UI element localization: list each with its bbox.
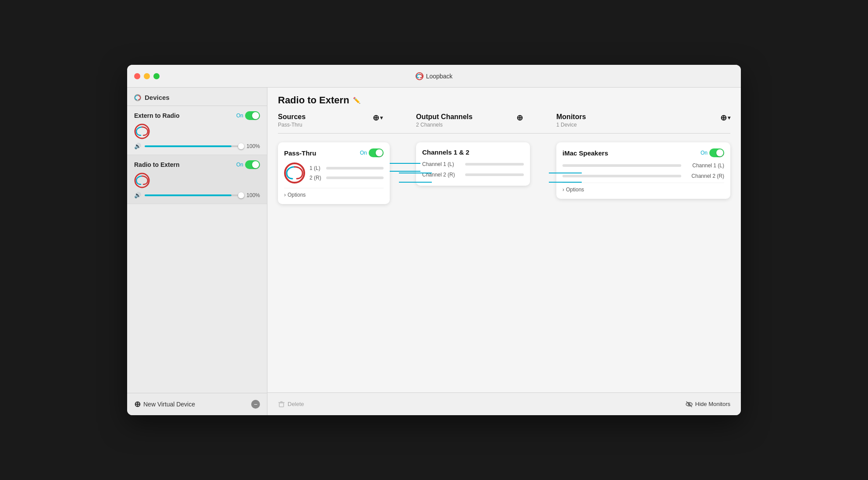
monitors-subtitle: 1 Device (556, 122, 586, 128)
output-subtitle: 2 Channels (416, 122, 473, 128)
close-button[interactable] (134, 73, 140, 79)
output-label-group: Output Channels 2 Channels (416, 113, 473, 128)
sources-dropdown-icon: ▾ (380, 115, 383, 121)
toggle-label-2: On (236, 162, 243, 168)
output-card-col: Channels 1 & 2 Channel 1 (L) Channel 2 (… (416, 142, 530, 186)
source-card-toggle[interactable]: On (360, 148, 384, 157)
titlebar-title: Loopback (416, 72, 453, 80)
volume-pct-2: 100% (245, 192, 260, 198)
volume-thumb-2 (238, 192, 244, 198)
monitor-options-row[interactable]: › Options (562, 183, 724, 193)
source-toggle-switch[interactable] (369, 148, 384, 157)
sidebar-item-toggle-2[interactable]: On (236, 160, 260, 169)
output-channel-1-row: Channel 1 (L) (422, 161, 524, 167)
source-card-body: 1 (L) 2 (R) (284, 162, 384, 184)
monitor-channel-1-row: Channel 1 (L) (562, 162, 724, 169)
monitors-label-group: Monitors 1 Device (556, 113, 586, 128)
sources-add-icon: ⊕ (373, 113, 379, 123)
source-channels: 1 (L) 2 (R) (309, 165, 384, 181)
gap2 (530, 113, 556, 133)
output-channel-1-label: Channel 1 (L) (422, 161, 462, 167)
add-device-icon: ⊕ (134, 399, 141, 409)
monitors-title: Monitors (556, 113, 586, 121)
volume-slider-2[interactable] (145, 194, 241, 196)
monitors-add-button[interactable]: ⊕ ▾ (720, 113, 730, 123)
source-card: Pass-Thru On (278, 142, 390, 204)
remove-device-button[interactable]: − (251, 400, 260, 409)
device-icon-row-2 (134, 173, 260, 188)
sidebar-item-top-2: Radio to Extern On (134, 160, 260, 169)
monitor-card-header: iMac Speakers On (562, 148, 724, 157)
delete-label: Delete (288, 401, 304, 407)
new-virtual-device-button[interactable]: ⊕ New Virtual Device (134, 399, 195, 409)
sidebar-item-name-2: Radio to Extern (134, 161, 179, 168)
monitor-channels: Channel 1 (L) Channel 2 (R) (562, 162, 724, 179)
maximize-button[interactable] (153, 73, 160, 79)
toggle-switch-2[interactable] (245, 160, 260, 169)
main-panel: Radio to Extern ✏️ Sources Pass-Thru ⊕ ▾ (267, 88, 741, 415)
sources-subtitle: Pass-Thru (278, 122, 306, 128)
source-device-icon (284, 162, 305, 184)
source-options-row[interactable]: › Options (284, 188, 384, 198)
monitor-options-label: Options (566, 187, 584, 193)
monitor-channel-1-label: Channel 1 (L) (685, 162, 724, 169)
sidebar-items-list: Extern to Radio On (127, 106, 267, 393)
window-controls (134, 73, 160, 79)
hide-monitors-label: Hide Monitors (695, 401, 730, 407)
output-add-icon: ⊕ (516, 113, 523, 123)
sidebar-item-extern-to-radio[interactable]: Extern to Radio On (127, 106, 267, 155)
output-col-header: Output Channels 2 Channels ⊕ (416, 113, 530, 133)
loopback-device-icon-2 (134, 173, 150, 188)
output-card-header: Channels 1 & 2 (422, 148, 524, 156)
source-channel-1-row: 1 (L) (309, 165, 384, 171)
source-card-header: Pass-Thru On (284, 148, 384, 157)
sources-add-button[interactable]: ⊕ ▾ (373, 113, 383, 123)
columns-header: Sources Pass-Thru ⊕ ▾ Output Channels (278, 113, 730, 134)
volume-fill-2 (145, 194, 231, 196)
remove-icon: − (254, 401, 257, 408)
volume-slider[interactable] (145, 145, 241, 147)
options-label: Options (288, 192, 306, 198)
monitor-card-toggle[interactable]: On (701, 148, 724, 157)
toggle-switch[interactable] (245, 111, 260, 120)
connections-and-output: Channels 1 & 2 Channel 1 (L) Channel 2 (… (390, 142, 730, 384)
devices-icon (134, 94, 141, 101)
monitors-add-icon: ⊕ (720, 113, 727, 123)
volume-pct: 100% (245, 143, 260, 149)
monitor-channel-2-bar (562, 175, 681, 177)
sidebar-item-toggle[interactable]: On (236, 111, 260, 120)
minimize-button[interactable] (144, 73, 150, 79)
edit-icon[interactable]: ✏️ (353, 97, 360, 104)
trash-icon (278, 401, 285, 408)
sidebar-item-radio-to-extern[interactable]: Radio to Extern On (127, 155, 267, 204)
titlebar: Loopback (127, 65, 741, 88)
source-channel-2-label: 2 (R) (309, 175, 324, 181)
device-icon-row (134, 124, 260, 139)
sidebar-item-top: Extern to Radio On (134, 111, 260, 120)
loopback-icon (416, 72, 423, 80)
delete-button: Delete (278, 401, 304, 408)
source-card-col: Pass-Thru On (278, 142, 390, 384)
monitors-dropdown-icon: ▾ (728, 115, 730, 121)
monitor-channel-2-row: Channel 2 (R) (562, 173, 724, 179)
monitor-card-title: iMac Speakers (562, 149, 608, 157)
monitor-channel-2-label: Channel 2 (R) (685, 173, 724, 179)
eye-icon (686, 401, 693, 408)
volume-thumb (238, 143, 244, 149)
source-channel-2-bar (326, 176, 384, 179)
monitor-toggle-label: On (701, 150, 708, 156)
new-device-label: New Virtual Device (143, 401, 195, 408)
output-card: Channels 1 & 2 Channel 1 (L) Channel 2 (… (416, 142, 530, 186)
volume-icon: 🔊 (134, 143, 141, 149)
panel-title: Radio to Extern (278, 95, 349, 106)
sidebar-footer: ⊕ New Virtual Device − (127, 393, 267, 415)
sidebar-item-name: Extern to Radio (134, 112, 179, 119)
hide-monitors-button[interactable]: Hide Monitors (686, 401, 730, 408)
output-add-button[interactable]: ⊕ (516, 113, 523, 123)
cards-area: Pass-Thru On (267, 134, 741, 392)
sources-col-header: Sources Pass-Thru ⊕ ▾ (278, 113, 390, 133)
monitors-col-header: Monitors 1 Device ⊕ ▾ (556, 113, 730, 133)
monitor-card-col: iMac Speakers On Channel 1 (L) (556, 142, 730, 199)
output-title: Output Channels (416, 113, 473, 121)
monitor-toggle-switch[interactable] (709, 148, 724, 157)
